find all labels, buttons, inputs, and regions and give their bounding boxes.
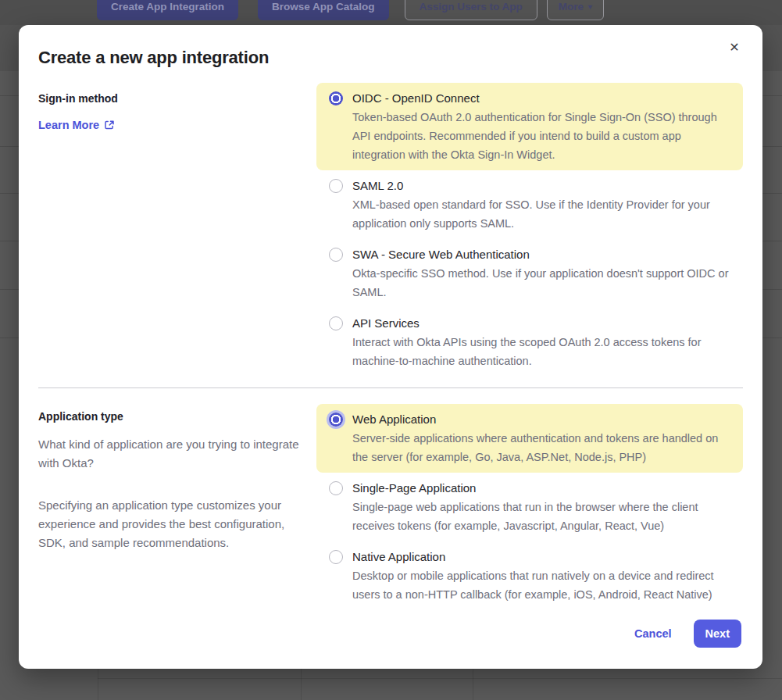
- option-title: API Services: [352, 314, 730, 333]
- radio-button-icon[interactable]: [329, 550, 343, 564]
- signin-method-label: Sign-in method: [38, 91, 302, 106]
- next-button[interactable]: Next: [694, 620, 741, 648]
- toolbar-button-label: Create App Integration: [111, 1, 224, 12]
- learn-more-label: Learn More: [38, 117, 99, 133]
- radio-option-oidc-openid-connect[interactable]: OIDC - OpenID Connect Token-based OAuth …: [316, 83, 743, 170]
- signin-method-options: OIDC - OpenID Connect Token-based OAuth …: [316, 83, 743, 377]
- option-title: Single-Page Application: [352, 479, 730, 498]
- radio-option-saml-2-0[interactable]: SAML 2.0 XML-based open standard for SSO…: [316, 170, 743, 239]
- option-description: Desktop or mobile applications that run …: [352, 566, 730, 604]
- application-type-note: Specifying an application type customize…: [38, 496, 302, 552]
- create-app-integration-modal: ✕ Create a new app integration Sign-in m…: [19, 25, 762, 669]
- option-description: Server-side applications where authentic…: [352, 429, 730, 466]
- background-row-line: [98, 678, 782, 679]
- option-title: Native Application: [352, 548, 730, 566]
- option-description: Okta-specific SSO method. Use if your ap…: [352, 264, 730, 302]
- radio-button-icon[interactable]: [329, 91, 343, 105]
- assign-users-to-app-button[interactable]: Assign Users to App: [405, 0, 537, 20]
- option-title: OIDC - OpenID Connect: [352, 89, 730, 108]
- toolbar-button-label: Assign Users to App: [420, 1, 523, 12]
- radio-option-web-application[interactable]: Web Application Server-side applications…: [316, 404, 743, 473]
- more-button[interactable]: More▾: [547, 0, 604, 20]
- radio-option-native-application[interactable]: Native Application Desktop or mobile app…: [316, 541, 743, 610]
- radio-button-icon[interactable]: [329, 412, 343, 427]
- option-description: XML-based open standard for SSO. Use if …: [352, 195, 730, 233]
- app: { "toolbar": { "buttons": [ { "label": "…: [0, 0, 782, 700]
- application-type-section: Application type What kind of applicatio…: [38, 404, 743, 610]
- radio-option-api-services[interactable]: API Services Interact with Okta APIs usi…: [316, 308, 743, 377]
- section-divider: [38, 388, 743, 388]
- toolbar-button-label: Browse App Catalog: [272, 1, 375, 12]
- radio-button-icon[interactable]: [329, 481, 343, 495]
- option-description: Interact with Okta APIs using the scoped…: [352, 333, 730, 370]
- application-type-options: Web Application Server-side applications…: [316, 404, 743, 610]
- external-link-icon: [104, 120, 115, 130]
- radio-button-icon[interactable]: [329, 248, 343, 262]
- radio-button-icon[interactable]: [329, 316, 343, 330]
- close-icon[interactable]: ✕: [723, 35, 746, 59]
- option-title: Web Application: [352, 410, 730, 429]
- option-description: Single-page web applications that run in…: [352, 498, 730, 535]
- option-description: Token-based OAuth 2.0 authentication for…: [352, 108, 730, 164]
- modal-title: Create a new app integration: [38, 45, 269, 70]
- cancel-button[interactable]: Cancel: [634, 627, 672, 640]
- radio-option-single-page-application[interactable]: Single-Page Application Single-page web …: [316, 473, 743, 541]
- signin-method-section: Sign-in method Learn More OIDC - OpenID …: [38, 83, 743, 377]
- modal-footer: Cancel Next: [634, 620, 741, 648]
- application-type-intro: What kind of application are you trying …: [38, 435, 302, 473]
- create-app-integration-button[interactable]: Create App Integration: [97, 0, 238, 20]
- learn-more-link[interactable]: Learn More: [38, 117, 115, 133]
- caret-down-icon: ▾: [588, 2, 592, 11]
- toolbar-button-label: More: [559, 1, 584, 12]
- radio-button-icon[interactable]: [329, 179, 343, 193]
- option-title: SWA - Secure Web Authentication: [352, 245, 730, 264]
- browse-app-catalog-button[interactable]: Browse App Catalog: [258, 0, 389, 20]
- background-toolbar: Create App IntegrationBrowse App Catalog…: [97, 0, 604, 20]
- option-title: SAML 2.0: [352, 177, 730, 195]
- application-type-label: Application type: [38, 409, 302, 424]
- radio-option-swa-secure-web-authentication[interactable]: SWA - Secure Web Authentication Okta-spe…: [316, 239, 743, 308]
